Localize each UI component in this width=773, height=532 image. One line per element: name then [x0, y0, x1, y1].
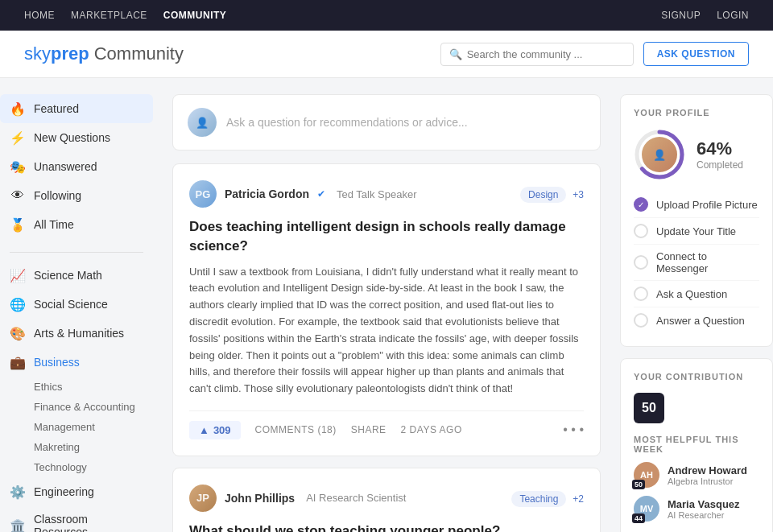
sidebar-item-following[interactable]: 👁 Following — [0, 181, 153, 210]
sidebar-item-all-time-label: All Time — [34, 218, 74, 231]
content-area: 👤 Ask a question for recommendations or … — [161, 94, 612, 532]
search-input[interactable] — [467, 48, 625, 60]
contribution-score: 50 — [634, 393, 664, 423]
contribution-section-title: YOUR CONTRIBUTION — [634, 372, 759, 381]
nav-login[interactable]: LOGIN — [717, 10, 749, 21]
sidebar: 🔥 Featured ⚡ New Questions 🎭 Unanswered … — [0, 94, 161, 532]
helper-info-1: Andrew Howard Algebra Intrustor — [668, 464, 747, 486]
sidebar-cat-classroom-label: Classroom Resources — [34, 513, 143, 532]
business-icon: 💼 — [10, 354, 26, 370]
checklist-upload-picture[interactable]: ✓ Upload Profile Picture — [634, 192, 759, 218]
sidebar-item-new-questions[interactable]: ⚡ New Questions — [0, 123, 153, 152]
helper-name-2: Maria Vasquez — [668, 498, 740, 510]
sidebar-cat-science-math[interactable]: 📈 Science Math — [0, 261, 153, 290]
check-answer-question — [634, 313, 648, 328]
vote-count-1: 309 — [213, 424, 231, 436]
question-card-1: PG Patricia Gordon ✔ Ted Talk Speaker De… — [172, 163, 601, 456]
sidebar-cat-science-math-label: Science Math — [34, 269, 102, 282]
vote-up-icon-1: ▲ — [199, 424, 209, 436]
sidebar-cat-business[interactable]: 💼 Business — [0, 348, 153, 377]
sidebar-cat-arts-humanities-label: Arts & Humanities — [34, 327, 124, 340]
sidebar-divider — [10, 252, 143, 253]
unanswered-icon: 🎭 — [10, 159, 26, 175]
helper-info-2: Maria Vasquez AI Researcher — [668, 498, 740, 520]
tags-1: Design +3 — [517, 188, 584, 200]
tags-2: Teaching +2 — [508, 492, 584, 505]
tag-more-2[interactable]: +2 — [573, 493, 584, 505]
logo-skyprep: skyprep — [24, 43, 89, 64]
check-ask-question — [634, 287, 648, 301]
following-icon: 👁 — [10, 188, 26, 204]
sidebar-sub-management[interactable]: Management — [0, 417, 153, 437]
arts-humanities-icon: 🎨 — [10, 325, 26, 341]
tag-badge-2[interactable]: Teaching — [511, 491, 566, 507]
user-avatar: 👤 — [188, 108, 217, 137]
checklist-ask-question-label: Ask a Question — [656, 288, 727, 300]
sidebar-sub-technology[interactable]: Technology — [0, 457, 153, 477]
top-nav: HOME MARKETPLACE COMMUNITY SIGNUP LOGIN — [0, 0, 773, 31]
sidebar-sub-finance[interactable]: Finance & Accounting — [0, 397, 153, 417]
ask-box-placeholder: Ask a question for recommendations or ad… — [226, 116, 468, 129]
helper-item-2: MV 44 Maria Vasquez AI Researcher — [634, 496, 759, 522]
author-row-2: JP John Phillips AI Research Scientist T… — [189, 485, 584, 512]
main-layout: 🔥 Featured ⚡ New Questions 🎭 Unanswered … — [0, 78, 773, 532]
checklist-answer-question-label: Answer a Question — [656, 315, 745, 327]
sidebar-sub-marketing[interactable]: Makreting — [0, 437, 153, 457]
sidebar-item-all-time[interactable]: 🏅 All Time — [0, 210, 153, 239]
completion-label: Completed — [697, 159, 743, 171]
author-avatar-1: PG — [189, 180, 217, 208]
ask-question-button[interactable]: ASK QUESTION — [643, 42, 749, 66]
checklist-ask-question[interactable]: Ask a Question — [634, 281, 759, 307]
checklist-answer-question[interactable]: Answer a Question — [634, 307, 759, 333]
profile-completion: 👤 64% Completed — [634, 129, 759, 180]
sidebar-cat-engineering[interactable]: ⚙️ Engineering — [0, 477, 153, 506]
search-box[interactable]: 🔍 — [440, 43, 634, 66]
tag-badge-1[interactable]: Design — [520, 187, 566, 203]
sidebar-item-featured-label: Featured — [34, 102, 79, 115]
share-link-1[interactable]: SHARE — [351, 424, 386, 435]
classroom-icon: 🏛️ — [10, 518, 26, 532]
sidebar-item-unanswered[interactable]: 🎭 Unanswered — [0, 152, 153, 181]
sidebar-cat-classroom[interactable]: 🏛️ Classroom Resources — [0, 506, 153, 532]
sidebar-sub-ethics[interactable]: Ethics — [0, 377, 153, 397]
profile-card: YOUR PROFILE 👤 64% Completed — [620, 94, 773, 347]
author-name-2: John Phillips — [225, 492, 295, 505]
nav-home[interactable]: HOME — [24, 10, 55, 21]
sidebar-item-new-questions-label: New Questions — [34, 131, 110, 144]
checklist-upload-picture-label: Upload Profile Picture — [656, 199, 758, 211]
sidebar-item-featured[interactable]: 🔥 Featured — [0, 94, 153, 123]
engineering-icon: ⚙️ — [10, 484, 26, 500]
science-math-icon: 📈 — [10, 267, 26, 283]
nav-marketplace[interactable]: MARKETPLACE — [71, 10, 147, 21]
sidebar-cat-social-science[interactable]: 🌐 Social Science — [0, 290, 153, 319]
sidebar-business-sub: Ethics Finance & Accounting Management M… — [0, 377, 153, 477]
nav-signup[interactable]: SIGNUP — [661, 10, 701, 21]
author-avatar-2: JP — [189, 485, 217, 512]
new-questions-icon: ⚡ — [10, 130, 26, 146]
question-title-2[interactable]: What should we stop teaching younger peo… — [189, 522, 584, 532]
helper-role-1: Algebra Intrustor — [668, 476, 747, 486]
checklist-connect-messenger[interactable]: Connect to Messenger — [634, 245, 759, 281]
checklist-update-title[interactable]: Update Your Title — [634, 218, 759, 245]
check-upload-picture: ✓ — [634, 197, 648, 212]
profile-avatar: 👤 — [642, 137, 677, 172]
helper-initials-1: AH — [640, 470, 653, 480]
ask-box[interactable]: 👤 Ask a question for recommendations or … — [172, 94, 601, 151]
author-avatar-face-1: PG — [189, 180, 217, 208]
completion-circle: 👤 — [634, 129, 685, 180]
sidebar-cat-social-science-label: Social Science — [34, 298, 108, 311]
helper-role-2: AI Researcher — [668, 510, 740, 520]
helper-score-badge-1: 50 — [632, 480, 645, 489]
sidebar-menu: 🔥 Featured ⚡ New Questions 🎭 Unanswered … — [0, 94, 153, 239]
user-avatar-face: 👤 — [188, 108, 217, 137]
nav-community[interactable]: COMMUNITY — [163, 10, 227, 21]
question-body-1: Until I saw a textbook from Louisiana, I… — [189, 264, 584, 398]
comments-link-1[interactable]: COMMENTS (18) — [255, 424, 337, 435]
more-options-1[interactable]: • • • — [563, 423, 584, 437]
question-title-1[interactable]: Does teaching intelligent design in scho… — [189, 217, 584, 256]
sidebar-cat-business-label: Business — [34, 356, 80, 369]
tag-more-1[interactable]: +3 — [573, 189, 584, 200]
featured-icon: 🔥 — [10, 101, 26, 117]
sidebar-cat-arts-humanities[interactable]: 🎨 Arts & Humanities — [0, 319, 153, 348]
vote-button-1[interactable]: ▲ 309 — [189, 421, 241, 439]
